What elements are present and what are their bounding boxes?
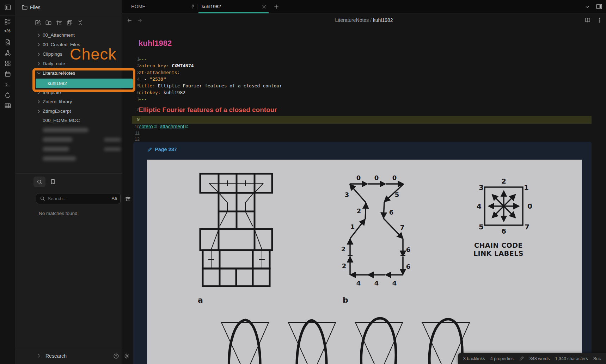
figure-label-b: b [343,296,348,304]
line-number: 8 [122,107,140,113]
chevron-right-icon [37,100,41,104]
line-number: 10 [122,124,140,130]
editor-pane[interactable]: 1 2 3 4 5 6 7 8 9 10 11 12 13 kuhl1982 -… [122,0,606,364]
word-count: 348 words [530,356,550,361]
chevrons-up-down-icon [36,353,41,358]
zotero-link[interactable]: Zotero [139,124,153,129]
svg-text:0: 0 [356,174,361,181]
sidebar-item-redacted[interactable] [16,135,122,144]
svg-text:6: 6 [389,209,394,216]
calendar-icon[interactable] [4,70,11,78]
frontmatter-line: - "2539" [139,76,166,82]
help-icon[interactable] [113,353,119,359]
vase-approximation-2 [286,310,338,364]
backlinks-count[interactable]: 3 backlinks [463,356,485,361]
search-input[interactable] [48,193,104,204]
line-number: 7 [122,96,140,103]
tab-search[interactable] [33,177,45,187]
svg-text:6: 6 [406,263,411,270]
templater-icon[interactable]: <% [4,29,11,36]
bookmark-icon [50,179,56,185]
sync-history-icon[interactable] [4,92,11,99]
sidebar-item-00-attachment[interactable]: 00_Attachment [16,31,122,40]
figure-label-a: a [198,296,203,304]
attachment-link[interactable]: attachment [160,124,184,129]
line-number: 1 [122,56,140,62]
external-link-icon [153,125,157,128]
table-icon[interactable] [4,102,11,109]
svg-text:5: 5 [479,223,484,231]
collapse-all-icon[interactable] [77,19,84,26]
frontmatter-line: zotero-key: CXWT4N74 [139,63,194,69]
match-case-toggle[interactable]: Aa [112,196,117,201]
vase-approximation-3 [353,310,405,364]
document-search-icon[interactable] [4,39,11,46]
new-note-icon[interactable] [35,19,41,26]
external-link-icon [185,125,189,128]
svg-text:4: 4 [374,279,379,287]
new-folder-icon[interactable] [45,19,52,26]
terminal-icon[interactable] [4,81,11,88]
svg-text:2: 2 [501,177,506,185]
folder-icon [22,4,28,11]
svg-text:4: 4 [356,279,361,287]
search-input-box: Aa [36,193,121,204]
annotation-highlight-box [32,68,135,92]
links-row: Zoteroattachment [139,124,191,129]
chevron-right-icon [37,43,41,47]
chain-code-caption: CHAIN CODE LINK LABELS [467,241,530,258]
frontmatter-delimiter: --- [139,56,147,62]
chevron-right-icon [37,62,41,66]
svg-text:2: 2 [357,207,361,215]
left-sidebar-toggle-icon[interactable] [4,4,11,11]
canvas-grid-icon[interactable] [4,60,11,67]
svg-text:2: 2 [341,245,346,253]
stack-icon[interactable] [66,19,73,26]
sidebar-item-redacted[interactable] [16,154,122,163]
frontmatter-line: zt-attachments: [139,69,180,76]
svg-text:4: 4 [392,279,397,287]
edit-mode-pencil-icon[interactable] [519,356,524,361]
chevron-right-icon [37,53,41,56]
properties-count[interactable]: 4 properties [490,356,514,361]
inline-note-title: kuhl1982 [139,39,172,48]
search-empty-state: No matches found. [39,211,79,216]
ribbon: <% [0,0,16,364]
sidebar-item-redacted[interactable] [16,125,122,135]
sidebar-item-zotero-library[interactable]: Zotero_library [16,97,122,106]
panel-title: Files [30,5,41,10]
frontmatter-delimiter: --- [139,96,147,103]
divider [16,173,122,174]
svg-text:4: 4 [477,202,482,210]
page-callout: Page 237 [133,142,592,364]
callout-title: Page 237 [147,147,177,152]
svg-text:5: 5 [395,191,399,198]
graph-view-icon[interactable] [4,49,11,56]
main-workspace: HOME kuhl1982 [122,0,606,364]
figure-b-chain-code-contour: 0 0 0 3 2 1 2 2 5 6 7 6 6 [338,174,414,291]
svg-text:1: 1 [524,183,529,192]
tab-bookmarks[interactable] [47,177,59,187]
frontmatter-line: title: Elliptic Fourier features of a cl… [139,83,282,89]
layout-list-icon[interactable] [4,18,11,25]
obsidian-app: <% Files [0,0,606,364]
svg-text:7: 7 [400,224,405,231]
sidebar-item-000-home-moc[interactable]: 000_HOME MOC [16,116,122,125]
svg-text:7: 7 [525,223,530,231]
svg-text:0: 0 [374,174,379,181]
vase-approximation-1 [219,310,271,364]
settings-gear-icon[interactable] [124,353,130,359]
search-settings-icon[interactable] [125,196,131,202]
svg-text:6: 6 [406,246,411,253]
line-number-active: 9 [122,116,140,123]
svg-text:3: 3 [345,191,349,198]
vault-switcher[interactable]: Research [16,348,122,364]
files-panel-header: Files [16,0,122,15]
chevron-right-icon [37,33,41,37]
sort-icon[interactable] [56,19,62,26]
ribbon-separator [0,15,16,16]
vault-name[interactable]: Research [45,353,67,359]
chain-code-link-labels-diagram: 0 1 2 3 4 5 6 7 [475,174,535,236]
sidebar-item-redacted[interactable] [16,144,122,154]
sidebar-item-ztimgexcerpt[interactable]: ZtImgExcerpt [16,107,122,116]
